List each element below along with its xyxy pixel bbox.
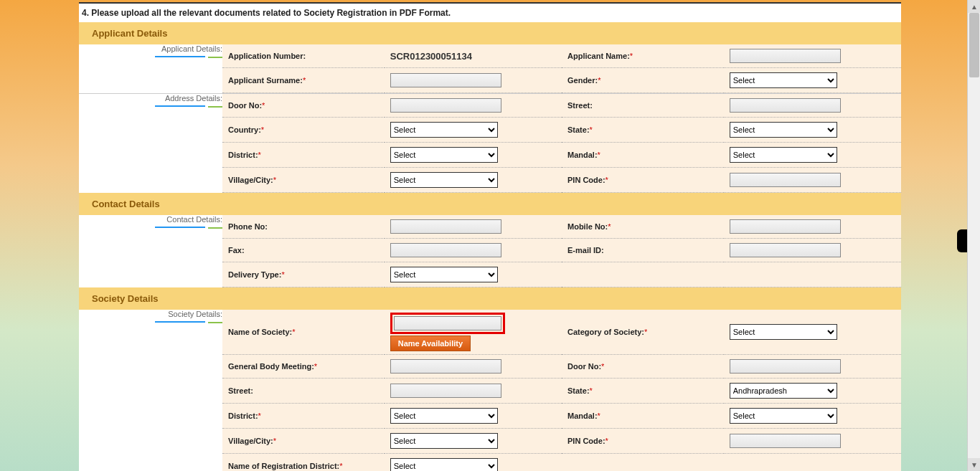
scrollbar-thumb[interactable]: [969, 13, 979, 77]
email-input[interactable]: [730, 243, 841, 257]
section-header-applicant: Applicant Details: [79, 22, 901, 44]
mobile-input[interactable]: [730, 219, 841, 234]
district-select[interactable]: Select: [390, 147, 498, 163]
scroll-down-icon[interactable]: ▼: [968, 458, 980, 471]
soc-pin-input[interactable]: [730, 434, 841, 448]
fax-label: Fax:: [228, 246, 245, 254]
door-no-input[interactable]: [390, 98, 501, 113]
phone-label: Phone No:: [228, 222, 268, 231]
app-num-label: Application Number:: [228, 52, 306, 60]
soc-state-select[interactable]: Andhrapradesh: [730, 383, 837, 399]
main-form-container: 4. Please upload all the relevant docume…: [79, 2, 901, 471]
soc-village-select[interactable]: Select: [390, 433, 498, 449]
gender-label: Gender:: [567, 76, 598, 85]
soc-door-label: Door No:: [567, 362, 601, 371]
vertical-scrollbar[interactable]: ▲ ▼: [967, 0, 980, 471]
soc-pin-label: PIN Code:: [567, 437, 606, 445]
society-name-highlight: [390, 313, 505, 334]
soc-district-select[interactable]: Select: [390, 408, 498, 424]
side-tab-icon[interactable]: [957, 229, 967, 252]
district-label: District:: [228, 151, 258, 159]
category-label: Category of Society:: [567, 328, 644, 336]
society-name-label: Name of Society:: [228, 328, 292, 336]
delivery-label: Delivery Type:: [228, 270, 281, 279]
sub-label-contact: Contact Details:: [166, 215, 222, 224]
mandal-label: Mandal:: [567, 151, 598, 159]
sub-label-applicant: Applicant Details:: [161, 44, 222, 53]
soc-mandal-label: Mandal:: [567, 411, 598, 420]
country-label: Country:: [228, 125, 261, 134]
fax-input[interactable]: [390, 243, 501, 257]
name-availability-button[interactable]: Name Availability: [390, 336, 471, 351]
village-select[interactable]: Select: [390, 172, 498, 188]
state-label: State:: [567, 125, 590, 134]
section-header-society: Society Details: [79, 287, 901, 310]
soc-door-input[interactable]: [730, 359, 841, 374]
gender-select[interactable]: Select: [730, 72, 837, 88]
soc-village-label: Village/City:: [228, 437, 273, 445]
sub-label-address: Address Details:: [165, 94, 222, 103]
state-select[interactable]: Select: [730, 122, 837, 138]
country-select[interactable]: Select: [390, 122, 498, 138]
door-no-label: Door No:: [228, 101, 262, 110]
mandal-select[interactable]: Select: [730, 147, 837, 163]
applicant-surname-input[interactable]: [390, 73, 501, 87]
applicant-name-label: Applicant Name:: [567, 52, 630, 60]
pin-label: PIN Code:: [567, 176, 606, 184]
app-num-value: SCR012300051134: [390, 51, 472, 62]
soc-mandal-select[interactable]: Select: [730, 408, 837, 424]
soc-street-label: Street:: [228, 386, 253, 395]
phone-input[interactable]: [390, 219, 501, 234]
soc-street-input[interactable]: [390, 384, 501, 398]
category-select[interactable]: Select: [730, 324, 837, 340]
scroll-up-icon[interactable]: ▲: [968, 0, 980, 13]
soc-district-label: District:: [228, 411, 258, 420]
village-label: Village/City:: [228, 176, 273, 184]
reg-district-label: Name of Registration District:: [228, 462, 339, 470]
email-label: E-mail ID:: [567, 246, 604, 254]
section-header-contact: Contact Details: [79, 193, 901, 215]
instruction-text: 4. Please upload all the relevant docume…: [79, 4, 901, 22]
street-label: Street:: [567, 101, 593, 110]
gbm-input[interactable]: [390, 359, 501, 374]
delivery-select[interactable]: Select: [390, 267, 498, 282]
gbm-label: General Body Meeting:: [228, 362, 314, 371]
pin-input[interactable]: [730, 173, 841, 187]
soc-state-label: State:: [567, 386, 590, 395]
applicant-name-input[interactable]: [730, 49, 841, 63]
mobile-label: Mobile No:: [567, 222, 608, 231]
reg-district-select[interactable]: Select: [390, 458, 498, 471]
sub-label-society: Society Details:: [168, 310, 222, 318]
applicant-table: Applicant Details: Application Number: S…: [79, 44, 901, 93]
applicant-surname-label: Applicant Surname:: [228, 76, 303, 85]
society-name-input[interactable]: [394, 316, 501, 330]
street-input[interactable]: [730, 98, 841, 113]
